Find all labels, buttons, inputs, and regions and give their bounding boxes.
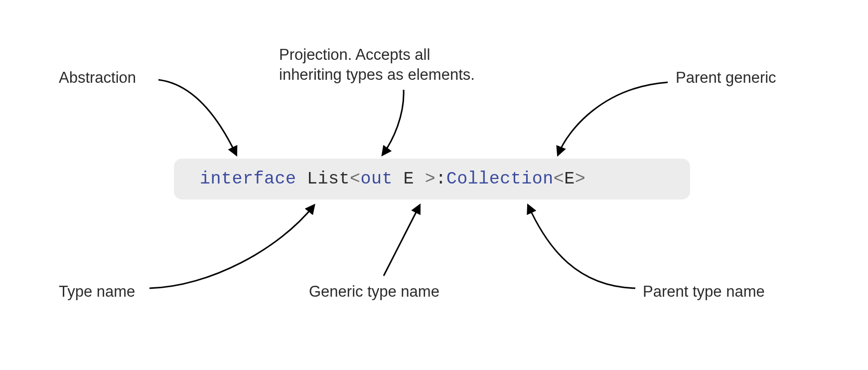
code-angle-close-1: > [425, 169, 436, 189]
code-parent-generic-e: E [564, 169, 575, 189]
code-declaration: interface List < out E > : Collection < … [174, 159, 690, 199]
type-declaration-diagram: Abstraction Projection. Accepts all inhe… [0, 0, 868, 370]
arrow-parent-type-name [528, 205, 635, 288]
label-projection-line1: Projection. Accepts all [279, 45, 475, 65]
code-type-list: List [307, 169, 350, 189]
arrow-generic-type-name [384, 205, 420, 276]
arrow-parent-generic [558, 82, 668, 155]
label-projection: Projection. Accepts all inheriting types… [279, 45, 475, 85]
arrow-abstraction [158, 80, 236, 155]
code-parent-collection: Collection [446, 169, 554, 189]
label-projection-line2: inheriting types as elements. [279, 65, 475, 85]
label-type-name: Type name [59, 282, 135, 302]
label-parent-generic: Parent generic [676, 68, 776, 88]
code-generic-e: E [404, 169, 415, 189]
code-angle-open-1: < [350, 169, 361, 189]
label-abstraction: Abstraction [59, 68, 136, 88]
label-parent-type-name: Parent type name [643, 282, 765, 302]
code-angle-close-2: > [575, 169, 586, 189]
code-variance-out: out [361, 169, 393, 189]
arrow-type-name [149, 205, 314, 288]
code-keyword-interface: interface [200, 169, 296, 189]
code-angle-open-2: < [554, 169, 565, 189]
code-colon: : [435, 169, 446, 189]
label-generic-type-name: Generic type name [309, 282, 439, 302]
arrow-projection [383, 90, 404, 155]
